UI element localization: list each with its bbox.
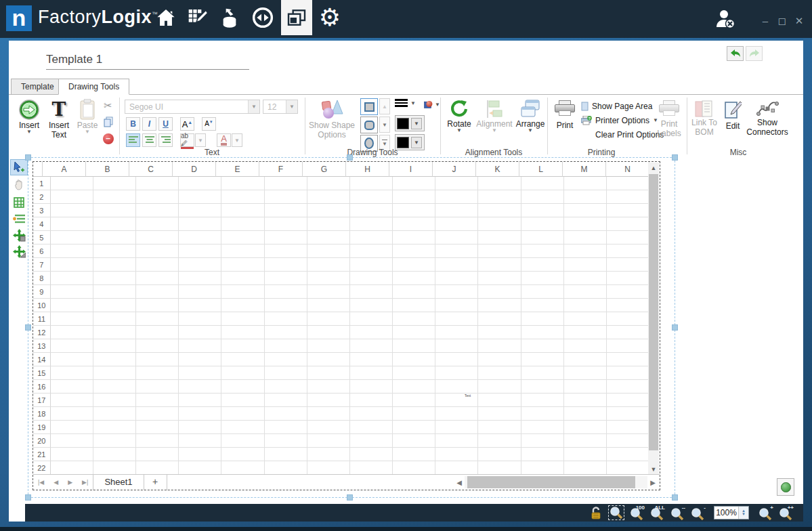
selection-handle-bottom-mid[interactable] <box>347 494 353 501</box>
row-header[interactable]: 16 <box>33 380 51 394</box>
fill-image-button[interactable]: ▼ <box>424 98 440 111</box>
selection-handle-bottom-right[interactable] <box>672 494 678 501</box>
nav-templates-button[interactable] <box>281 0 312 35</box>
grid-cell[interactable] <box>51 245 93 258</box>
grid-cell[interactable] <box>607 177 649 190</box>
grid-cell[interactable] <box>393 177 435 190</box>
grid-cell[interactable] <box>521 339 564 353</box>
delete-button[interactable]: – <box>101 132 115 146</box>
grid-cell[interactable] <box>93 339 136 353</box>
grid-cell[interactable] <box>564 326 607 339</box>
font-name-combo[interactable]: Segoe UI ▼ <box>125 100 260 114</box>
grid-cell[interactable] <box>265 448 307 461</box>
grid-cell[interactable] <box>478 339 521 353</box>
grid-cell[interactable] <box>51 299 93 312</box>
grid-cell[interactable] <box>307 258 350 272</box>
grid-cell[interactable] <box>607 339 649 353</box>
bold-button[interactable]: B <box>126 117 140 131</box>
grid-cell[interactable] <box>564 407 607 421</box>
grid-cell[interactable] <box>564 299 607 312</box>
column-header[interactable]: J <box>433 162 476 177</box>
grid-cell[interactable] <box>136 258 179 272</box>
grid-cell[interactable] <box>564 312 607 326</box>
grid-cell[interactable] <box>564 380 607 394</box>
canvas-options-button[interactable] <box>777 478 794 496</box>
grid-cell[interactable] <box>265 217 307 231</box>
row-header[interactable]: 5 <box>33 231 51 245</box>
grid-cell[interactable] <box>179 272 221 285</box>
grid-cell[interactable] <box>521 407 564 421</box>
grid-cell[interactable] <box>93 204 136 217</box>
grid-cell[interactable] <box>521 353 564 366</box>
zoom-level-input[interactable]: 100% ▲▼ <box>714 506 749 519</box>
horizontal-scroll-thumb[interactable] <box>467 476 635 488</box>
grid-cell[interactable] <box>179 394 221 407</box>
shape-list-up-button[interactable]: ▲ <box>379 98 390 114</box>
grid-cell[interactable] <box>51 366 93 380</box>
column-header[interactable]: H <box>346 162 389 177</box>
grid-cell[interactable] <box>607 299 649 312</box>
shape-rounded-rectangle-button[interactable] <box>360 116 378 133</box>
grid-cell[interactable] <box>51 177 93 190</box>
grid-cell[interactable] <box>564 434 607 448</box>
grid-cell[interactable] <box>393 190 435 204</box>
grid-cell[interactable] <box>478 285 521 299</box>
grid-cell[interactable] <box>265 299 307 312</box>
grid-cell[interactable] <box>478 231 521 245</box>
grid-cell[interactable] <box>350 407 393 421</box>
grid-cell[interactable] <box>179 231 221 245</box>
grid-cell[interactable] <box>478 421 521 434</box>
grid-cell[interactable] <box>393 421 435 434</box>
grid-cell[interactable] <box>136 285 179 299</box>
grid-cell[interactable] <box>521 217 564 231</box>
last-sheet-button[interactable]: ▶| <box>77 479 93 486</box>
grid-cell[interactable] <box>521 245 564 258</box>
grid-cell[interactable] <box>265 258 307 272</box>
grid-cell[interactable] <box>393 353 435 366</box>
grid-cell[interactable] <box>564 190 607 204</box>
grid-cell[interactable] <box>265 421 307 434</box>
grid-cell[interactable] <box>564 204 607 217</box>
highlight-color-button[interactable]: ab🖉 <box>180 133 194 147</box>
grid-cell[interactable] <box>221 299 264 312</box>
grid-cell[interactable] <box>307 448 350 461</box>
line-style-button[interactable]: ▼ <box>395 99 422 108</box>
column-header[interactable]: B <box>86 162 129 177</box>
grid-cell[interactable] <box>607 190 649 204</box>
grid-cell[interactable] <box>307 177 350 190</box>
grid-cell[interactable] <box>93 380 136 394</box>
row-header[interactable]: 4 <box>33 217 51 231</box>
grid-cell[interactable] <box>51 353 93 366</box>
vertical-scroll-thumb[interactable] <box>649 174 658 450</box>
grid-cell[interactable] <box>564 461 607 475</box>
minimize-button[interactable]: – <box>758 15 773 26</box>
grid-cell[interactable] <box>93 366 136 380</box>
grid-cell[interactable] <box>93 299 136 312</box>
grid-cell[interactable] <box>179 461 221 475</box>
grid-cell[interactable] <box>564 217 607 231</box>
column-header[interactable]: C <box>129 162 173 177</box>
grid-cell[interactable] <box>221 190 264 204</box>
grid-cell[interactable] <box>265 434 307 448</box>
grid-cell[interactable] <box>350 421 393 434</box>
list-tool-button[interactable] <box>10 211 28 227</box>
grid-cell[interactable] <box>221 366 264 380</box>
grid-cell[interactable] <box>93 421 136 434</box>
grid-cell[interactable] <box>393 461 435 475</box>
grid-cell[interactable] <box>136 231 179 245</box>
grid-cell[interactable] <box>51 258 93 272</box>
grid-cell[interactable] <box>221 245 264 258</box>
scroll-right-button[interactable]: ▶ <box>647 479 658 486</box>
column-header[interactable]: A <box>43 162 86 177</box>
grid-cell[interactable] <box>93 285 136 299</box>
column-header[interactable]: N <box>606 162 649 177</box>
grid-cell[interactable] <box>607 258 649 272</box>
grid-cell[interactable] <box>93 312 136 326</box>
grid-cell[interactable] <box>93 177 136 190</box>
grid-cell[interactable] <box>478 434 521 448</box>
grid-cell[interactable] <box>51 448 93 461</box>
grid-cell[interactable] <box>393 312 435 326</box>
row-header[interactable]: 14 <box>33 353 51 366</box>
template-name-input[interactable]: Template 1 <box>46 51 249 70</box>
grid-cell[interactable] <box>51 434 93 448</box>
